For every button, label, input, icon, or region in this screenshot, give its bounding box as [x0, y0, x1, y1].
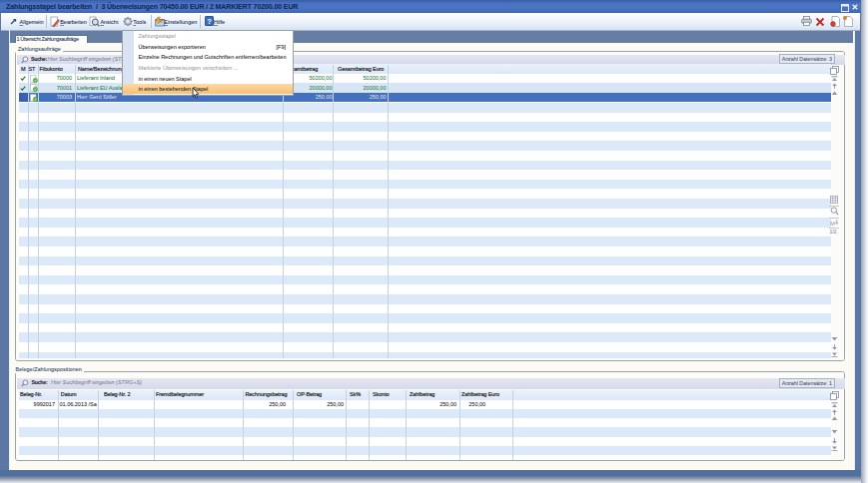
svg-text:M: M [830, 221, 835, 227]
svg-text:?: ? [207, 16, 212, 25]
